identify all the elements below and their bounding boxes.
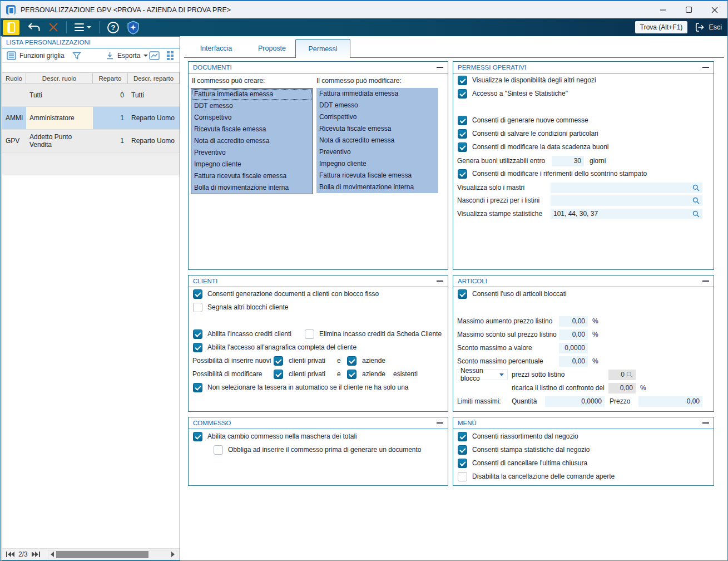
list-item[interactable]: Corrispettivo: [316, 111, 438, 123]
mastri-lookup-field[interactable]: [551, 183, 702, 193]
checkbox[interactable]: [274, 370, 283, 379]
trova-button[interactable]: Trova (Alt+F1): [635, 21, 688, 33]
last-page-button[interactable]: [32, 552, 40, 557]
checkbox[interactable]: [458, 459, 467, 468]
checkbox[interactable]: [347, 370, 356, 379]
list-item[interactable]: Fattura ricevuta fiscale emessa: [316, 170, 438, 181]
checkbox[interactable]: [458, 169, 467, 179]
checkbox[interactable]: [458, 89, 467, 99]
create-documents-list[interactable]: Fattura immediata emessa DDT emesso Corr…: [191, 88, 313, 194]
list-item[interactable]: Bolla di movimentazione interna: [316, 181, 438, 193]
prezzo-input[interactable]: 0,00: [638, 396, 702, 407]
help-button[interactable]: ?: [107, 22, 119, 33]
modify-documents-list[interactable]: Fattura immediata emessa DDT emesso Corr…: [316, 88, 438, 194]
column-header[interactable]: Ruolo: [2, 73, 26, 83]
quantita-input[interactable]: 0,0000: [545, 396, 605, 407]
checkbox[interactable]: [458, 432, 467, 441]
pin-button[interactable]: [127, 21, 140, 35]
list-item[interactable]: DDT emesso: [316, 100, 438, 111]
table-row-selected[interactable]: AMMI Amministratore 1 Reparto Uomo: [2, 107, 180, 130]
menu-button[interactable]: [75, 23, 91, 31]
list-item[interactable]: Fattura ricevuta fiscale emessa: [191, 170, 312, 182]
checkbox[interactable]: [458, 142, 467, 152]
collapse-button[interactable]: [437, 67, 443, 68]
table-row[interactable]: GPV Addetto Punto Vendita 1 Reparto Uomo: [2, 130, 180, 152]
list-item[interactable]: DDT emesso: [191, 100, 312, 112]
funzioni-griglia-button[interactable]: Funzioni griglia: [7, 48, 65, 63]
list-item[interactable]: Ricevuta fiscale emessa: [316, 123, 438, 135]
collapse-button[interactable]: [437, 280, 443, 282]
table-header: Ruolo Descr. ruolo Reparto Descr. repart…: [2, 72, 180, 84]
list-item[interactable]: Nota di accredito emessa: [191, 135, 312, 147]
checkbox[interactable]: [458, 445, 467, 455]
collapse-button[interactable]: [437, 422, 443, 424]
field-suffix: %: [640, 381, 646, 395]
listini-lookup-field[interactable]: [551, 195, 702, 206]
list-item[interactable]: Preventivo: [316, 146, 438, 158]
scrollbar-thumb[interactable]: [56, 551, 149, 558]
esci-button[interactable]: Esci: [694, 22, 722, 33]
minimize-button[interactable]: [651, 1, 676, 18]
undo-button[interactable]: [27, 22, 41, 32]
giorni-input[interactable]: 30: [552, 156, 584, 166]
checkbox[interactable]: [458, 289, 467, 299]
checkbox[interactable]: [193, 343, 202, 352]
stampe-lookup-field[interactable]: 101, 44, 30, 37: [551, 209, 702, 219]
toolbar-divider: [66, 21, 67, 33]
tab-interfaccia[interactable]: Interfaccia: [190, 40, 242, 57]
chart-button[interactable]: [149, 48, 160, 63]
collapse-button[interactable]: [702, 422, 709, 424]
column-header[interactable]: Descr. ruolo: [26, 73, 93, 83]
cancel-x-icon: [48, 22, 58, 32]
filter-button[interactable]: [72, 48, 81, 63]
blocco-select[interactable]: Nessun blocco: [457, 369, 508, 380]
list-item[interactable]: Fattura immediata emessa: [316, 88, 438, 100]
list-item[interactable]: Nota di accredito emessa: [316, 135, 438, 146]
maximize-button[interactable]: [676, 1, 702, 18]
tab-proposte[interactable]: Proposte: [247, 40, 297, 57]
list-item[interactable]: Ricevuta fiscale emessa: [191, 124, 312, 135]
collapse-button[interactable]: [702, 67, 709, 68]
checkbox[interactable]: [347, 356, 356, 366]
checkbox[interactable]: [305, 329, 314, 339]
column-header[interactable]: Descr. reparto: [128, 73, 180, 83]
checkbox[interactable]: [274, 356, 283, 366]
scroll-right-arrow[interactable]: [171, 552, 175, 557]
checkbox[interactable]: [458, 116, 467, 125]
number-input[interactable]: 0,00: [559, 329, 588, 340]
close-button[interactable]: [702, 1, 727, 18]
table-row[interactable]: Tutti 0 Tutti: [2, 84, 180, 107]
list-item[interactable]: Bolla di movimentazione interna: [191, 182, 312, 194]
checkbox[interactable]: [193, 303, 202, 312]
checkbox[interactable]: [193, 329, 202, 339]
checkbox[interactable]: [458, 76, 467, 85]
number-input[interactable]: 0,00: [559, 356, 588, 367]
column-header[interactable]: Reparto: [93, 73, 128, 83]
list-item[interactable]: Preventivo: [191, 147, 312, 159]
checkbox[interactable]: [193, 289, 202, 299]
sotto-listino-field[interactable]: 0: [608, 370, 636, 380]
checkbox[interactable]: [214, 445, 223, 455]
esporta-button[interactable]: Esporta: [106, 48, 148, 63]
number-input[interactable]: 0,00: [559, 316, 588, 327]
ricarica-input[interactable]: 0,00: [608, 383, 636, 393]
number-input[interactable]: 0,0000: [559, 343, 588, 353]
list-item[interactable]: Impegno cliente: [191, 159, 312, 170]
checkbox[interactable]: [193, 432, 202, 441]
scroll-left-arrow[interactable]: [51, 552, 54, 557]
collapse-button[interactable]: [702, 280, 709, 282]
list-item[interactable]: Fattura immediata emessa: [191, 88, 312, 100]
field-label: Sconto massimo percentuale: [457, 355, 543, 368]
list-item[interactable]: Corrispettivo: [191, 112, 312, 124]
horizontal-scrollbar[interactable]: [48, 550, 177, 559]
checkbox[interactable]: [193, 383, 202, 392]
panel-menu: MENÙ Consenti riassortimento dal negozio…: [453, 417, 714, 486]
checkbox[interactable]: [458, 472, 467, 481]
first-page-button[interactable]: [6, 552, 14, 557]
list-item[interactable]: Impegno cliente: [316, 158, 438, 170]
app-yellow-button[interactable]: [3, 20, 19, 35]
cancel-button[interactable]: [48, 22, 58, 32]
layout-button[interactable]: [167, 48, 174, 63]
checkbox[interactable]: [458, 129, 467, 139]
tab-permessi[interactable]: Permessi: [295, 39, 350, 58]
